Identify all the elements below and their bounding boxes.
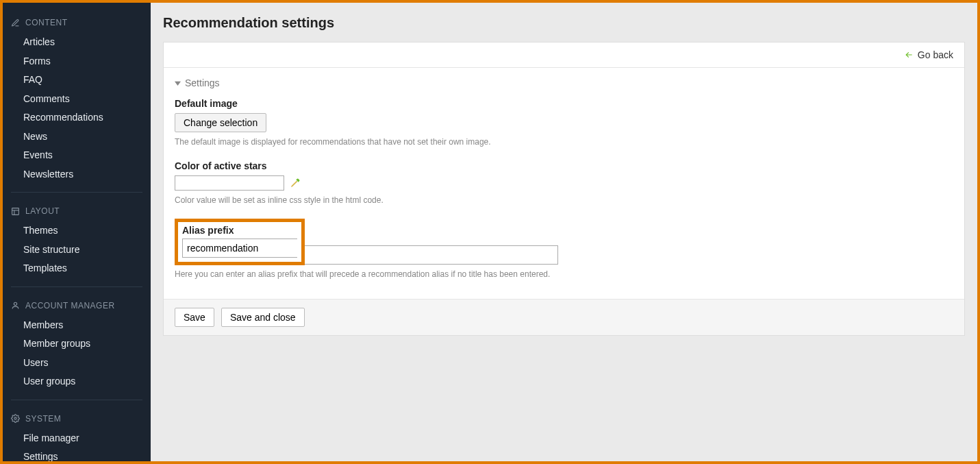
page-title: Recommendation settings: [163, 15, 965, 31]
sidebar-item-events[interactable]: Events: [3, 146, 151, 165]
color-stars-help: Color value will be set as inline css st…: [175, 195, 953, 206]
sidebar-item-newsletters[interactable]: Newsletters: [3, 165, 151, 184]
divider: [11, 286, 142, 287]
sidebar-header-layout[interactable]: LAYOUT: [3, 204, 151, 221]
sidebar-item-comments[interactable]: Comments: [3, 90, 151, 109]
change-selection-button[interactable]: Change selection: [175, 113, 266, 132]
sidebar-section-account: ACCOUNT MANAGER Members Member groups Us…: [3, 293, 151, 394]
fieldset-toggle[interactable]: Settings: [175, 77, 953, 88]
arrow-left-icon: [904, 50, 914, 60]
alias-help: Here you can enter an alias prefix that …: [175, 269, 953, 280]
field-color-stars: Color of active stars Color value will b…: [175, 160, 953, 206]
svg-point-3: [14, 302, 16, 305]
sidebar-item-users[interactable]: Users: [3, 354, 151, 373]
go-back-label: Go back: [918, 49, 953, 60]
sidebar-item-faq[interactable]: FAQ: [3, 71, 151, 90]
sidebar-item-templates[interactable]: Templates: [3, 259, 151, 278]
color-stars-input[interactable]: [175, 175, 284, 191]
sidebar-header-label: LAYOUT: [25, 206, 60, 216]
sidebar-item-members[interactable]: Members: [3, 316, 151, 335]
divider: [11, 192, 142, 193]
layout-icon: [11, 207, 20, 216]
save-and-close-button[interactable]: Save and close: [221, 308, 305, 327]
sidebar-header-content[interactable]: CONTENT: [3, 15, 151, 33]
sidebar-section-layout: LAYOUT Themes Site structure Templates: [3, 198, 151, 281]
sidebar-item-site-structure[interactable]: Site structure: [3, 241, 151, 260]
sidebar-item-settings[interactable]: Settings: [3, 448, 151, 461]
alias-input-extension[interactable]: [305, 245, 558, 265]
sidebar-item-articles[interactable]: Articles: [3, 33, 151, 52]
sidebar-header-label: ACCOUNT MANAGER: [25, 301, 115, 310]
sidebar-item-themes[interactable]: Themes: [3, 221, 151, 241]
card-body: Settings Default image Change selection …: [164, 68, 964, 299]
save-button[interactable]: Save: [175, 308, 214, 327]
sidebar-item-user-groups[interactable]: User groups: [3, 372, 151, 391]
sidebar-item-file-manager[interactable]: File manager: [3, 429, 151, 448]
alias-label: Alias prefix: [182, 225, 297, 236]
sidebar-item-news[interactable]: News: [3, 127, 151, 147]
caret-down-icon: [175, 80, 181, 86]
sidebar-section-system: SYSTEM File manager Settings Maintenance: [3, 406, 151, 462]
edit-icon: [11, 19, 20, 27]
divider: [11, 400, 142, 400]
sidebar-header-label: CONTENT: [25, 18, 68, 27]
svg-rect-0: [12, 208, 19, 215]
legend-label: Settings: [185, 77, 220, 88]
card-header: Go back: [164, 42, 964, 68]
color-picker-icon[interactable]: [290, 178, 301, 188]
sidebar-header-label: SYSTEM: [25, 414, 61, 424]
color-stars-label: Color of active stars: [175, 160, 953, 171]
main-content: Recommendation settings Go back Settings…: [151, 3, 977, 461]
alias-prefix-input[interactable]: [182, 239, 297, 258]
sidebar-header-account[interactable]: ACCOUNT MANAGER: [3, 298, 151, 316]
go-back-link[interactable]: Go back: [904, 49, 953, 60]
field-default-image: Default image Change selection The defau…: [175, 98, 953, 148]
field-alias-prefix: Alias prefix Here you can enter an alias…: [175, 219, 953, 280]
svg-point-4: [14, 417, 16, 419]
sidebar: CONTENT Articles Forms FAQ Comments Reco…: [3, 3, 151, 461]
sidebar-item-member-groups[interactable]: Member groups: [3, 334, 151, 354]
sidebar-section-content: CONTENT Articles Forms FAQ Comments Reco…: [3, 10, 151, 186]
default-image-help: The default image is displayed for recom…: [175, 136, 953, 148]
alias-highlight: Alias prefix: [175, 219, 305, 265]
sidebar-header-system[interactable]: SYSTEM: [3, 411, 151, 429]
card-footer: Save Save and close: [164, 299, 964, 335]
sidebar-item-forms[interactable]: Forms: [3, 52, 151, 71]
default-image-label: Default image: [175, 98, 953, 109]
sidebar-item-recommendations[interactable]: Recommendations: [3, 108, 151, 127]
settings-card: Go back Settings Default image Change se…: [163, 42, 965, 336]
user-icon: [11, 301, 20, 310]
gear-icon: [11, 414, 20, 423]
